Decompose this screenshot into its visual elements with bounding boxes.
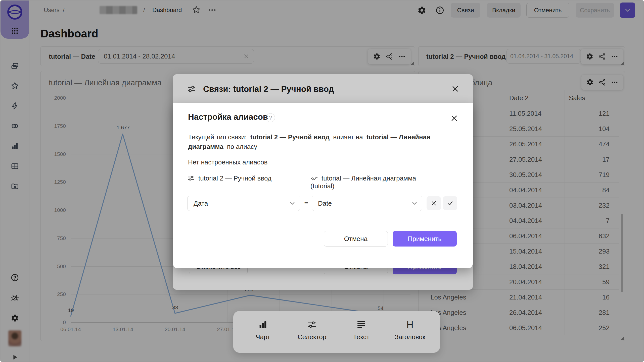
manual-input-icon xyxy=(187,174,195,182)
relation-source: tutorial 2 — Ручной ввод xyxy=(250,133,330,141)
alias-apply-button[interactable]: Применить xyxy=(393,231,457,247)
left-field-value: Дата xyxy=(194,200,208,207)
chevron-down-icon xyxy=(289,200,296,207)
line-chart-icon xyxy=(310,174,318,182)
right-field-select[interactable]: Date xyxy=(312,196,422,211)
help-question-icon[interactable]: ? xyxy=(266,113,275,122)
relation-middle: влияет на xyxy=(333,133,363,141)
equals-sign: = xyxy=(301,199,311,207)
check-icon xyxy=(447,200,454,207)
close-icon xyxy=(430,200,437,207)
no-aliases-text: Нет настроенных алиасов xyxy=(188,158,267,166)
right-dataset-name: tutorial — Линейная диаграмма xyxy=(321,174,416,182)
close-icon[interactable] xyxy=(450,114,459,123)
left-field-select[interactable]: Дата xyxy=(187,196,300,211)
chevron-down-icon xyxy=(411,200,418,207)
left-dataset-header: tutorial 2 — Ручной ввод xyxy=(187,174,295,182)
left-dataset-name: tutorial 2 — Ручной ввод xyxy=(198,174,271,182)
right-dataset-header: tutorial — Линейная диаграмма (tutorial) xyxy=(310,174,451,190)
alias-modal-title: Настройка алиасов xyxy=(188,112,268,122)
confirm-alias-button[interactable] xyxy=(443,196,457,210)
right-dataset-note: (tutorial) xyxy=(310,182,334,190)
right-field-value: Date xyxy=(318,200,332,207)
datalens-dashboard-app: Users / / Dashboard Связи Вкладки Отмени… xyxy=(0,0,644,362)
remove-alias-button[interactable] xyxy=(427,196,441,210)
help-question-glyph: ? xyxy=(269,114,272,121)
alias-cancel-button[interactable]: Отмена xyxy=(324,231,388,247)
alias-settings-modal: Настройка алиасов ? Текущий тип связи: t… xyxy=(173,103,473,268)
relation-suffix: по алиасу xyxy=(227,143,257,150)
relation-description: Текущий тип связи: tutorial 2 — Ручной в… xyxy=(188,132,465,151)
relation-prefix: Текущий тип связи: xyxy=(188,133,247,141)
